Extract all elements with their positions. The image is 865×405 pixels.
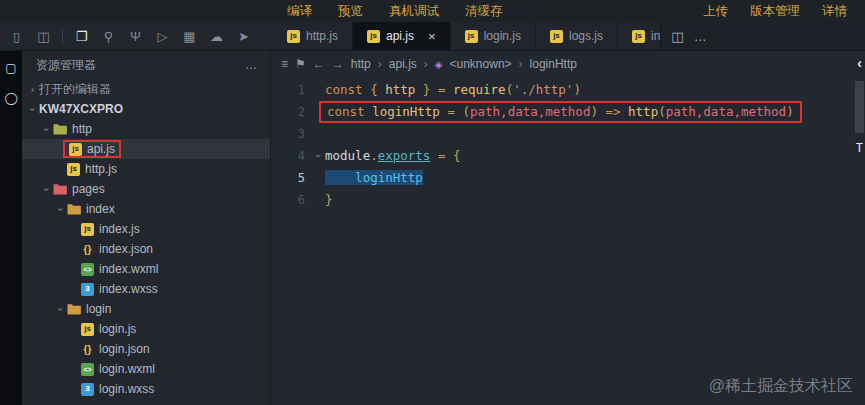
tree-item-http[interactable]: ›http xyxy=(22,119,270,139)
scrollbar-thumb[interactable] xyxy=(855,81,864,133)
tree-item-pages[interactable]: ›pages xyxy=(22,179,270,199)
chevron-down-icon: › xyxy=(27,103,38,116)
symbol-icon: ◈ xyxy=(435,59,443,70)
tree-label: KW47XCXPRO xyxy=(39,102,123,116)
tree-item-index.wxss[interactable]: 3index.wxss xyxy=(22,279,270,299)
menu-item-真机调试[interactable]: 真机调试 xyxy=(389,3,439,20)
sidebar-header: 资源管理器 … xyxy=(22,51,270,79)
tree-label: pages xyxy=(72,182,105,196)
chevron-down-icon: › xyxy=(41,183,52,196)
tree-item-打开的编辑器[interactable]: ›打开的编辑器 xyxy=(22,79,270,99)
sidebar-more-icon[interactable]: … xyxy=(245,58,258,72)
breadcrumb-item[interactable]: http xyxy=(351,57,371,71)
tree-item-index.wxml[interactable]: <>index.wxml xyxy=(22,259,270,279)
code-line-6[interactable]: 6} xyxy=(271,189,865,211)
more-actions-icon[interactable]: … xyxy=(694,29,707,44)
git-branch-icon[interactable]: Ψ xyxy=(122,29,149,44)
activity-bar: ▯◫❐⚲Ψ▷▦☁➤ xyxy=(0,22,273,50)
record-icon[interactable]: ◯ xyxy=(4,91,17,105)
tree-label: index xyxy=(86,202,115,216)
breadcrumb-item[interactable]: loginHttp xyxy=(530,57,577,71)
tree-item-index.js[interactable]: jsindex.js xyxy=(22,219,270,239)
tree-item-login.wxss[interactable]: 3login.wxss xyxy=(22,379,270,399)
tree-item-index.json[interactable]: {}index.json xyxy=(22,239,270,259)
menu-item-详情[interactable]: 详情 xyxy=(822,3,847,20)
chevron-down-icon: › xyxy=(55,203,66,216)
menubar: 编译预览真机调试清缓存 上传版本管理详情 xyxy=(0,0,865,22)
tree-label: login.wxss xyxy=(99,382,154,396)
scrollbar[interactable]: T xyxy=(854,79,865,405)
explorer-icon[interactable]: ❐ xyxy=(68,29,95,44)
device-icon[interactable]: ▯ xyxy=(3,29,30,44)
tree-item-api.js[interactable]: jsapi.js xyxy=(22,139,270,159)
left-strip: ▢◯ xyxy=(0,51,22,405)
outline-icon[interactable]: ≡ xyxy=(281,57,288,71)
split-editor-icon[interactable]: ◫ xyxy=(671,29,683,44)
line-number: 1 xyxy=(271,79,311,101)
tab-logs.js[interactable]: jslogs.js xyxy=(536,22,618,50)
deploy-icon[interactable]: ➤ xyxy=(230,29,257,44)
tab-actions: ◫… xyxy=(661,22,716,50)
tree-label: index.wxml xyxy=(99,262,158,276)
wxml-file-icon: <> xyxy=(81,263,94,276)
breadcrumb-item[interactable]: <unknown> xyxy=(450,57,512,71)
fold-icon[interactable]: › xyxy=(307,149,329,163)
json-file-icon: {} xyxy=(81,344,94,355)
close-icon[interactable]: × xyxy=(428,29,436,44)
breadcrumb-item[interactable]: api.js xyxy=(389,57,417,71)
editor: ≡⚑←→http›api.js›◈<unknown>›loginHttp ‹ 1… xyxy=(271,51,865,405)
menu-item-上传[interactable]: 上传 xyxy=(703,3,728,20)
menu-item-清缓存[interactable]: 清缓存 xyxy=(465,3,503,20)
chevron-right-icon: › xyxy=(26,84,39,95)
collapse-panel-icon[interactable]: ‹ xyxy=(857,55,862,71)
tree-item-login.json[interactable]: {}login.json xyxy=(22,339,270,359)
tab-in[interactable]: jsin xyxy=(618,22,661,50)
toolbar-row: ▯◫❐⚲Ψ▷▦☁➤ jshttp.jsjsapi.js×jslogin.jsjs… xyxy=(0,22,865,51)
annotation-box: const loginHttp = (path,data,method) => … xyxy=(319,101,802,123)
tree-item-login.wxml[interactable]: <>login.wxml xyxy=(22,359,270,379)
tree-item-KW47XCXPRO[interactable]: ›KW47XCXPRO xyxy=(22,99,270,119)
tree-item-index[interactable]: ›index xyxy=(22,199,270,219)
code-line-1[interactable]: 1const { http } = require('./http') xyxy=(271,79,865,101)
simulator-panel-icon[interactable]: ◫ xyxy=(30,29,57,44)
menubar-right: 上传版本管理详情 xyxy=(703,3,847,20)
code-line-4[interactable]: 4›module.exports = { xyxy=(271,145,865,167)
tree-label: index.js xyxy=(99,222,140,236)
divider xyxy=(62,29,63,44)
menu-item-预览[interactable]: 预览 xyxy=(338,3,363,20)
panel-toggle-icon[interactable]: ▢ xyxy=(5,61,16,75)
breadcrumb-separator: › xyxy=(424,57,428,71)
tab-label: logs.js xyxy=(569,29,603,43)
tree-item-login[interactable]: ›login xyxy=(22,299,270,319)
folder-icon xyxy=(67,203,81,215)
tree-item-http.js[interactable]: jshttp.js xyxy=(22,159,270,179)
code-line-2[interactable]: 2const loginHttp = (path,data,method) =>… xyxy=(271,101,865,123)
tree-label: http xyxy=(72,122,92,136)
line-number: 3 xyxy=(271,123,311,145)
menu-item-版本管理[interactable]: 版本管理 xyxy=(750,3,800,20)
tab-api.js[interactable]: jsapi.js× xyxy=(353,22,451,50)
tree-label: login.json xyxy=(99,342,150,356)
menu-item-编译[interactable]: 编译 xyxy=(287,3,312,20)
cloud-icon[interactable]: ☁ xyxy=(203,29,230,44)
js-file-icon: js xyxy=(67,163,80,176)
debug-icon[interactable]: ▷ xyxy=(149,29,176,44)
js-file-icon: js xyxy=(81,223,94,236)
code-area[interactable]: 1const { http } = require('./http')2cons… xyxy=(271,77,865,405)
bookmark-icon[interactable]: ⚑ xyxy=(295,57,306,71)
code-line-3[interactable]: 3 xyxy=(271,123,865,145)
line-number: 2 xyxy=(271,101,311,123)
tab-login.js[interactable]: jslogin.js xyxy=(451,22,536,50)
code-line-5[interactable]: 5 loginHttp xyxy=(271,167,865,189)
folder-icon xyxy=(67,303,81,315)
forward-icon[interactable]: → xyxy=(332,57,344,71)
watermark: @稀土掘金技术社区 xyxy=(709,376,853,397)
search-icon[interactable]: ⚲ xyxy=(95,29,122,44)
tab-http.js[interactable]: jshttp.js xyxy=(273,22,353,50)
extensions-icon[interactable]: ▦ xyxy=(176,29,203,44)
back-icon[interactable]: ← xyxy=(313,57,325,71)
tree-item-login.js[interactable]: jslogin.js xyxy=(22,319,270,339)
tree-label: api.js xyxy=(87,142,115,156)
tree-label: login xyxy=(86,302,111,316)
tree-label: login.js xyxy=(99,322,136,336)
